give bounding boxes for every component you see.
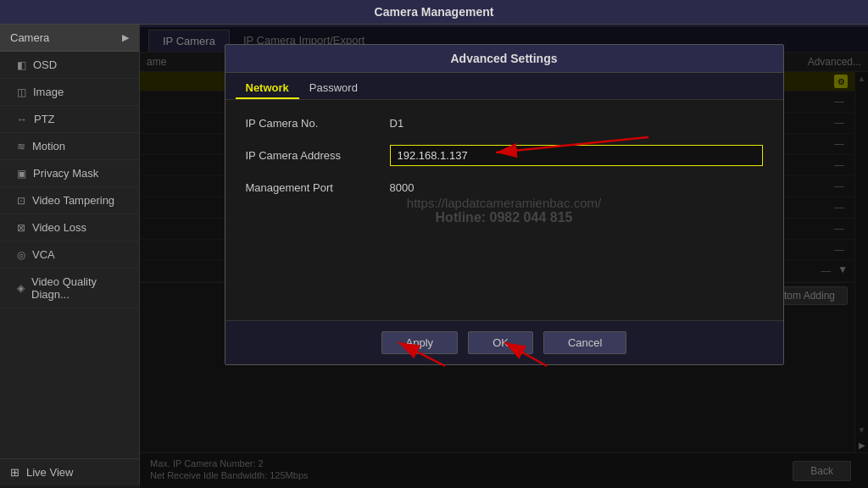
live-view-btn[interactable]: ⊞ Live View xyxy=(0,459,139,485)
sidebar-privacy-label: Privacy Mask xyxy=(33,167,98,180)
ip-address-label: IP Camera Address xyxy=(246,149,390,162)
apply-button[interactable]: Apply xyxy=(381,331,459,354)
monitor-icon: ⊞ xyxy=(10,466,19,479)
sidebar-vca-label: VCA xyxy=(32,248,55,261)
port-value: 8000 xyxy=(390,181,415,194)
camera-no-value: D1 xyxy=(390,117,404,130)
sidebar-bottom: ⊞ Live View xyxy=(0,458,139,485)
modal-overlay: Advanced Settings Network Password https… xyxy=(140,27,868,485)
sidebar-item-motion[interactable]: ≋ Motion xyxy=(0,133,139,160)
advanced-settings-modal: Advanced Settings Network Password https… xyxy=(225,44,784,365)
sidebar-ptz-label: PTZ xyxy=(34,113,55,125)
sidebar-item-privacy-mask[interactable]: ▣ Privacy Mask xyxy=(0,160,139,187)
sidebar-item-vca[interactable]: ◎ VCA xyxy=(0,241,139,269)
sidebar: Camera ▶ ◧ OSD ◫ Image ↔ PTZ ≋ Motion ▣ … xyxy=(0,25,140,485)
ok-button[interactable]: OK xyxy=(468,331,533,354)
video-quality-icon: ◈ xyxy=(17,282,25,294)
modal-tab-password[interactable]: Password xyxy=(299,78,368,99)
sidebar-camera-arrow: ▶ xyxy=(122,32,129,43)
motion-icon: ≋ xyxy=(17,141,25,152)
sidebar-item-osd[interactable]: ◧ OSD xyxy=(0,52,139,79)
ip-address-input[interactable] xyxy=(390,145,763,166)
sidebar-motion-label: Motion xyxy=(32,140,65,152)
cancel-button[interactable]: Cancel xyxy=(543,331,626,354)
sidebar-loss-label: Video Loss xyxy=(32,221,86,234)
video-loss-icon: ⊠ xyxy=(17,222,25,234)
modal-title: Advanced Settings xyxy=(225,45,783,73)
form-row-port: Management Port 8000 xyxy=(246,181,763,194)
privacy-mask-icon: ▣ xyxy=(17,168,26,180)
sidebar-item-video-tampering[interactable]: ⊡ Video Tampering xyxy=(0,187,139,214)
sidebar-camera-label: Camera xyxy=(10,31,49,44)
sidebar-item-ptz[interactable]: ↔ PTZ xyxy=(0,106,139,133)
modal-content: https://lapdatcameramienbac.com/ Hotline… xyxy=(225,100,783,320)
modal-tab-network[interactable]: Network xyxy=(236,78,299,99)
sidebar-osd-label: OSD xyxy=(33,58,57,71)
port-label: Management Port xyxy=(246,181,390,194)
vca-icon: ◎ xyxy=(17,249,25,261)
sidebar-tampering-label: Video Tampering xyxy=(32,194,114,207)
live-view-label: Live View xyxy=(26,466,73,479)
image-icon: ◫ xyxy=(17,86,26,98)
ptz-icon: ↔ xyxy=(17,114,27,125)
form-row-ip-address: IP Camera Address xyxy=(246,145,763,166)
sidebar-item-video-loss[interactable]: ⊠ Video Loss xyxy=(0,214,139,241)
modal-tabs: Network Password xyxy=(225,73,783,100)
title-text: Camera Management xyxy=(375,5,494,19)
content-area: IP Camera IP Camera Import/Export ame Pr… xyxy=(140,25,868,485)
title-bar: Camera Management xyxy=(0,0,868,25)
camera-no-label: IP Camera No. xyxy=(246,117,390,130)
sidebar-quality-label: Video Quality Diagn... xyxy=(31,275,129,301)
osd-icon: ◧ xyxy=(17,59,26,71)
video-tampering-icon: ⊡ xyxy=(17,195,25,207)
sidebar-item-image[interactable]: ◫ Image xyxy=(0,79,139,106)
sidebar-image-label: Image xyxy=(33,86,64,98)
modal-footer: Apply OK Cancel xyxy=(225,320,783,364)
sidebar-camera-btn[interactable]: Camera ▶ xyxy=(0,25,139,52)
form-row-camera-no: IP Camera No. D1 xyxy=(246,117,763,130)
watermark: https://lapdatcameramienbac.com/ Hotline… xyxy=(407,196,601,225)
sidebar-item-video-quality[interactable]: ◈ Video Quality Diagn... xyxy=(0,269,139,308)
